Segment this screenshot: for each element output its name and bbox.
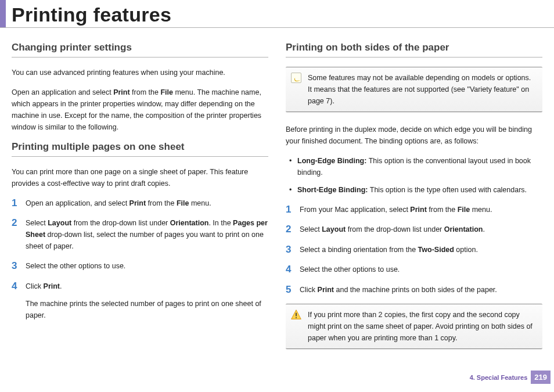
bullet-dot-icon: • <box>286 155 297 167</box>
step-number <box>286 284 300 296</box>
bullet-text: Short-Edge Binding: This option is the t… <box>297 184 542 196</box>
step-text: Select Layout from the drop-down list un… <box>26 217 268 252</box>
step-number <box>286 264 300 275</box>
section-heading-both-sides: Printing on both sides of the paper <box>286 42 542 57</box>
body-paragraph: You can use advanced printing features w… <box>12 67 268 78</box>
bold-text: Print <box>44 282 60 290</box>
text-run: Select <box>26 219 48 227</box>
step-number <box>12 280 26 292</box>
warning-callout: If you print more than 2 copies, the fir… <box>286 304 542 349</box>
bold-text: File <box>177 199 189 207</box>
list-step: Click Print and the machine prints on bo… <box>286 284 542 296</box>
step-number <box>12 197 26 209</box>
text-run: menu. <box>470 206 492 214</box>
warning-text: If you print more than 2 copies, the fir… <box>308 309 537 344</box>
step-number <box>286 204 300 215</box>
bold-text: Long-Edge Binding: <box>297 157 366 165</box>
list-step: Select a binding orientation from the Tw… <box>286 244 542 256</box>
bold-text: File <box>160 88 173 96</box>
step-text: Click Print. <box>26 280 268 292</box>
footer-chapter: 4. Special Features <box>470 374 528 381</box>
text-run: Open an application and select <box>12 88 113 96</box>
text-run: drop-down list, select the number of pag… <box>26 231 264 250</box>
text-run: option. <box>454 246 478 254</box>
bold-text: Print <box>129 199 146 207</box>
note-callout: Some features may not be available depen… <box>286 67 542 112</box>
text-run: Click <box>300 286 318 294</box>
body-paragraph: You can print more than one page on a si… <box>12 166 268 189</box>
body-paragraph: Open an application and select Print fro… <box>12 87 268 133</box>
step-text: From your Mac application, select Print … <box>300 204 542 215</box>
bullet-dot-icon: • <box>286 184 297 196</box>
step-text: Select the other options to use. <box>26 260 268 272</box>
page-footer: 4. Special Features 219 <box>470 371 551 384</box>
warning-icon <box>290 309 302 321</box>
list-step: Select the other options to use. <box>12 260 268 272</box>
section-heading-multiple-pages: Printing multiple pages on one sheet <box>12 141 268 157</box>
bullet-item: • Long-Edge Binding: This option is the … <box>286 155 542 178</box>
bold-text: Print <box>410 206 426 214</box>
list-step: Select Layout from the drop-down list un… <box>12 217 268 252</box>
text-run: Select <box>300 225 322 233</box>
footer-page-number: 219 <box>531 371 551 384</box>
left-column: Changing printer settings You can use ad… <box>12 42 268 361</box>
text-run: From your Mac application, select <box>300 206 410 214</box>
list-step: From your Mac application, select Print … <box>286 204 542 215</box>
bold-text: Orientation <box>444 225 483 233</box>
text-run: from the <box>427 206 458 214</box>
body-paragraph: Before printing in the duplex mode, deci… <box>286 124 542 147</box>
bold-text: Two-Sided <box>418 246 454 254</box>
numbered-list: Open an application, and select Print fr… <box>12 197 268 321</box>
text-run: from the drop-down list under <box>346 225 444 233</box>
text-run: This option is the type often used with … <box>368 186 527 194</box>
bold-text: Orientation <box>170 219 209 227</box>
step-number <box>286 244 300 256</box>
bold-text: Print <box>318 286 334 294</box>
page-header: Printing features <box>0 0 554 28</box>
text-run: menu. <box>189 199 211 207</box>
svg-rect-2 <box>296 317 297 318</box>
step-text: Select Layout from the drop-down list un… <box>300 224 542 235</box>
step-text: Select the other options to use. <box>300 264 542 275</box>
list-step: Select the other options to use. <box>286 264 542 275</box>
text-run: from the drop-down list under <box>71 219 170 227</box>
step-number <box>12 217 26 229</box>
text-run: . In the <box>208 219 233 227</box>
bullet-item: • Short-Edge Binding: This option is the… <box>286 184 542 196</box>
text-run: and the machine prints on both sides of … <box>334 286 497 294</box>
page-title: Printing features <box>12 0 171 27</box>
note-icon <box>290 72 302 84</box>
bold-text: Short-Edge Binding: <box>297 186 368 194</box>
content-columns: Changing printer settings You can use ad… <box>0 30 554 361</box>
bold-text: Print <box>113 88 129 96</box>
bold-text: Layout <box>48 219 71 227</box>
list-step: Click Print. <box>12 280 268 292</box>
text-run: Open an application, and select <box>26 199 129 207</box>
svg-rect-1 <box>296 313 297 317</box>
header-accent-bar <box>0 0 6 27</box>
note-text: Some features may not be available depen… <box>308 72 537 107</box>
right-column: Printing on both sides of the paper Some… <box>286 42 542 361</box>
bullet-text: Long-Edge Binding: This option is the co… <box>297 155 542 178</box>
text-run: . <box>60 282 62 290</box>
list-step: Select Layout from the drop-down list un… <box>286 224 542 235</box>
text-run: . <box>483 225 484 233</box>
bullet-list: • Long-Edge Binding: This option is the … <box>286 155 542 196</box>
text-run: Click <box>26 282 44 290</box>
step-text: Click Print and the machine prints on bo… <box>300 284 542 296</box>
list-step: Open an application, and select Print fr… <box>12 197 268 209</box>
bold-text: File <box>458 206 470 214</box>
step-text: Open an application, and select Print fr… <box>26 197 268 209</box>
step-number <box>286 224 300 235</box>
step-number <box>12 260 26 272</box>
text-run: from the <box>146 199 177 207</box>
section-heading-changing-settings: Changing printer settings <box>12 42 268 57</box>
bold-text: Layout <box>322 225 346 233</box>
numbered-list: From your Mac application, select Print … <box>286 204 542 296</box>
step-subtext: The machine prints the selected number o… <box>26 298 268 321</box>
text-run: Select a binding orientation from the <box>300 246 418 254</box>
step-text: Select a binding orientation from the Tw… <box>300 244 542 256</box>
text-run: from the <box>130 88 161 96</box>
